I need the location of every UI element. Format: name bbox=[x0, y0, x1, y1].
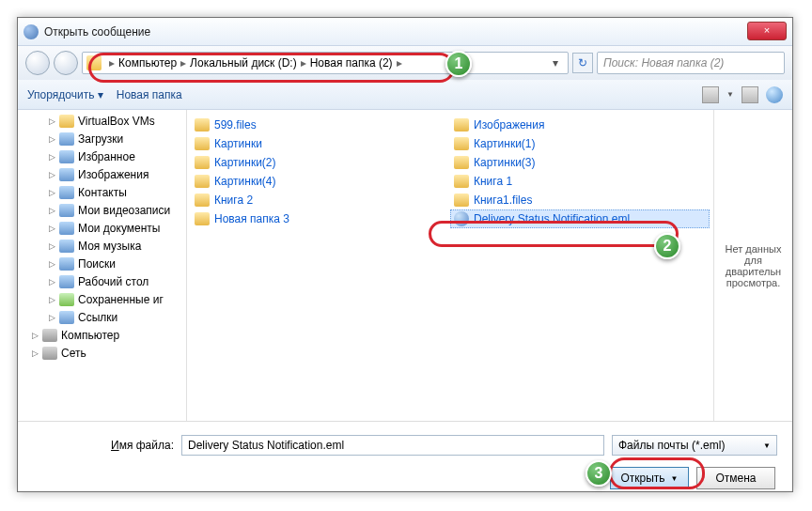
file-label[interactable]: Изображения bbox=[474, 118, 544, 132]
file-label[interactable]: Картинки(2) bbox=[214, 156, 276, 169]
expand-icon[interactable]: ▷ bbox=[48, 313, 55, 322]
expand-icon[interactable]: ▷ bbox=[48, 188, 55, 197]
file-item[interactable]: Новая папка 3 bbox=[191, 209, 450, 228]
expand-icon[interactable]: ▷ bbox=[31, 348, 39, 358]
search-input[interactable]: Поиск: Новая папка (2) bbox=[597, 52, 785, 74]
callout-2: 2 bbox=[654, 233, 680, 259]
tree-item[interactable]: ▷Ссылки bbox=[18, 308, 186, 326]
tree-item[interactable]: ▷Поиски bbox=[18, 255, 186, 272]
folder-icon bbox=[59, 186, 74, 199]
callout-1: 1 bbox=[445, 51, 472, 77]
tree-label: Контакты bbox=[78, 186, 127, 199]
folder-icon bbox=[454, 194, 469, 207]
breadcrumb-item[interactable]: Локальный диск (D:) bbox=[190, 56, 297, 70]
file-item[interactable]: 599.files bbox=[191, 116, 450, 134]
file-label[interactable]: Картинки(4) bbox=[214, 175, 276, 188]
tree-item[interactable]: ▷Загрузки bbox=[18, 130, 186, 147]
file-label[interactable]: Книга1.files bbox=[474, 194, 532, 207]
file-item[interactable]: Картинки(3) bbox=[450, 153, 710, 172]
chevron-down-icon[interactable]: ▾ bbox=[547, 56, 564, 70]
close-button[interactable]: × bbox=[747, 22, 787, 40]
folder-icon bbox=[195, 118, 210, 132]
tree-label: Ссылки bbox=[78, 311, 117, 324]
expand-icon[interactable]: ▷ bbox=[48, 116, 55, 126]
tree-item[interactable]: ▷VirtualBox VMs bbox=[18, 112, 186, 130]
folder-icon bbox=[59, 132, 74, 146]
tree-item[interactable]: ▷Компьютер bbox=[18, 326, 186, 344]
tree-item[interactable]: ▷Мои видеозаписи bbox=[18, 201, 186, 219]
tree-item[interactable]: ▷Моя музыка bbox=[18, 237, 186, 255]
breadcrumb-item[interactable]: Новая папка (2) bbox=[310, 56, 393, 70]
file-label[interactable]: Новая папка 3 bbox=[214, 212, 289, 225]
file-label[interactable]: Картинки bbox=[214, 137, 262, 150]
file-item[interactable]: Книга1.files bbox=[450, 191, 710, 209]
expand-icon[interactable]: ▷ bbox=[48, 277, 55, 286]
expand-icon[interactable]: ▷ bbox=[48, 152, 55, 162]
folder-icon bbox=[454, 118, 469, 132]
tree-label: Моя музыка bbox=[78, 240, 141, 253]
tree-item[interactable]: ▷Сохраненные иг bbox=[18, 290, 186, 308]
tree-label: Рабочий стол bbox=[78, 275, 148, 288]
file-label[interactable]: 599.files bbox=[214, 118, 257, 132]
folder-icon bbox=[195, 156, 210, 169]
breadcrumb[interactable]: ▸ Компьютер ▸ Локальный диск (D:) ▸ Нова… bbox=[82, 52, 569, 74]
preview-pane-icon[interactable] bbox=[742, 86, 758, 103]
expand-icon[interactable]: ▷ bbox=[48, 224, 55, 233]
chevron-down-icon[interactable]: ▼ bbox=[726, 90, 734, 99]
tree-label: VirtualBox VMs bbox=[78, 115, 155, 128]
breadcrumb-item[interactable]: Компьютер bbox=[118, 56, 177, 70]
file-label[interactable]: Картинки(3) bbox=[474, 156, 536, 169]
organize-menu[interactable]: Упорядочить ▾ bbox=[27, 88, 103, 101]
file-item[interactable]: Картинки(1) bbox=[450, 134, 710, 153]
file-item[interactable]: Книга 2 bbox=[191, 191, 450, 209]
expand-icon[interactable]: ▷ bbox=[48, 170, 55, 179]
file-item[interactable]: Книга 1 bbox=[450, 172, 710, 191]
eml-icon bbox=[454, 211, 469, 226]
folder-icon bbox=[59, 150, 74, 163]
expand-icon[interactable]: ▷ bbox=[31, 331, 39, 340]
filename-label: Имя файла: bbox=[33, 439, 174, 452]
tree-item[interactable]: ▷Контакты bbox=[18, 183, 186, 201]
folder-icon bbox=[454, 156, 469, 169]
tree-item[interactable]: ▷Мои документы bbox=[18, 219, 186, 237]
chevron-down-icon: ▼ bbox=[671, 474, 679, 483]
chevron-down-icon: ▼ bbox=[763, 441, 771, 450]
refresh-button[interactable]: ↻ bbox=[572, 53, 593, 73]
expand-icon[interactable]: ▷ bbox=[48, 134, 55, 144]
filetype-combo[interactable]: Файлы почты (*.eml)▼ bbox=[612, 435, 777, 456]
expand-icon[interactable]: ▷ bbox=[48, 241, 55, 251]
filename-input[interactable] bbox=[181, 435, 604, 456]
file-label[interactable]: Delivery Status Notification.eml bbox=[474, 212, 630, 225]
tree-label: Поиски bbox=[78, 257, 116, 271]
cancel-button[interactable]: Отмена bbox=[696, 467, 775, 489]
expand-icon[interactable]: ▷ bbox=[48, 259, 55, 269]
window-title: Открыть сообщение bbox=[44, 25, 150, 39]
tree-item[interactable]: ▷Избранное bbox=[18, 147, 186, 165]
open-button[interactable]: Открыть▼ bbox=[610, 467, 689, 489]
tree-item[interactable]: ▷Изображения bbox=[18, 165, 186, 183]
folder-icon bbox=[59, 204, 74, 217]
file-label[interactable]: Книга 1 bbox=[474, 175, 512, 188]
view-mode-icon[interactable] bbox=[702, 86, 719, 103]
file-item[interactable]: Картинки bbox=[191, 134, 450, 153]
forward-button[interactable] bbox=[54, 51, 78, 75]
file-label[interactable]: Книга 2 bbox=[214, 194, 253, 207]
help-icon[interactable] bbox=[766, 86, 783, 103]
thunderbird-icon bbox=[23, 24, 39, 39]
file-item[interactable]: Картинки(2) bbox=[191, 153, 450, 172]
expand-icon[interactable]: ▷ bbox=[48, 295, 55, 304]
back-button[interactable] bbox=[25, 51, 50, 75]
tree-item[interactable]: ▷Сеть bbox=[18, 344, 186, 362]
new-folder-button[interactable]: Новая папка bbox=[117, 88, 182, 101]
folder-icon bbox=[59, 275, 74, 288]
file-item-selected[interactable]: Delivery Status Notification.eml bbox=[450, 209, 710, 228]
folder-icon bbox=[59, 311, 74, 324]
tree-item[interactable]: ▷Рабочий стол bbox=[18, 272, 186, 290]
expand-icon[interactable]: ▷ bbox=[48, 206, 55, 215]
file-item[interactable]: Изображения bbox=[450, 116, 710, 134]
tree-label: Сохраненные иг bbox=[78, 293, 164, 306]
file-item[interactable]: Картинки(4) bbox=[191, 172, 450, 191]
file-label[interactable]: Картинки(1) bbox=[474, 137, 536, 150]
chevron-right-icon: ▸ bbox=[180, 56, 186, 70]
navbar: ▸ Компьютер ▸ Локальный диск (D:) ▸ Нова… bbox=[18, 46, 792, 80]
